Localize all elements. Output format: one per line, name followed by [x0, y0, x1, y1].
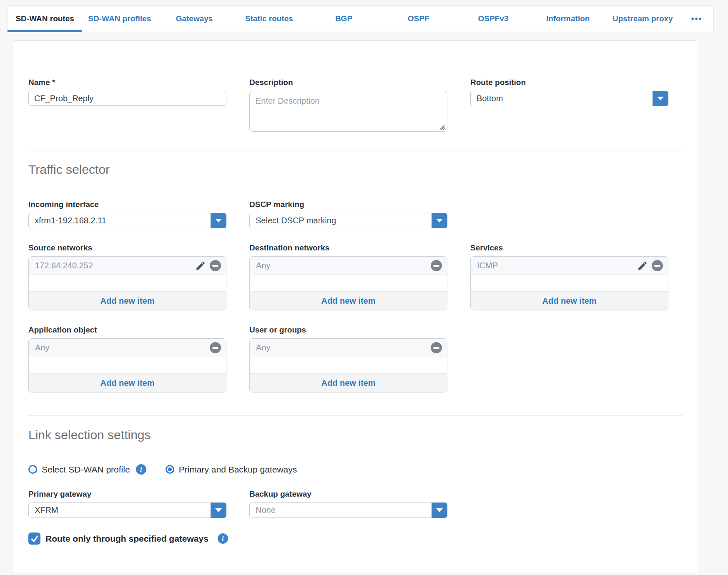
primary-gateway-value: XFRM — [35, 503, 207, 518]
description-textarea[interactable] — [249, 91, 447, 132]
user-or-groups-listbox: Any Add new item — [249, 338, 447, 392]
route-position-value: Bottom — [477, 91, 649, 106]
dscp-marking-label: DSCP marking — [249, 200, 447, 209]
route-only-checkbox[interactable] — [28, 532, 40, 545]
route-only-label[interactable]: Route only through specified gateways — [45, 534, 208, 544]
add-new-item-button[interactable]: Add new item — [471, 291, 668, 310]
link-selection-title: Link selection settings — [28, 428, 683, 442]
incoming-interface-select[interactable]: xfrm1-192.168.2.11 — [28, 213, 226, 228]
tab-gateways[interactable]: Gateways — [157, 6, 231, 32]
application-object-label: Application object — [28, 325, 226, 335]
tab-information[interactable]: Information — [531, 6, 605, 32]
destination-networks-label: Destination networks — [249, 243, 447, 252]
list-empty-area — [29, 357, 226, 373]
tab-sd-wan-routes[interactable]: SD-WAN routes — [8, 6, 82, 32]
minus-circle-icon[interactable] — [210, 260, 221, 271]
radio-label-primary-backup[interactable]: Primary and Backup gateways — [179, 465, 297, 475]
chevron-down-icon[interactable] — [211, 502, 226, 518]
route-position-label: Route position — [470, 78, 668, 87]
radio-label-sd-wan-profile[interactable]: Select SD-WAN profile — [42, 465, 130, 475]
interface-row: Incoming interface xfrm1-192.168.2.11 DS… — [28, 200, 683, 228]
incoming-interface-field-group: Incoming interface xfrm1-192.168.2.11 — [28, 200, 226, 228]
backup-gateway-select[interactable]: None — [249, 502, 447, 518]
gateway-row: Primary gateway XFRM Backup gateway None — [28, 489, 683, 518]
gateway-mode-radio-group: Select SD-WAN profile i Primary and Back… — [28, 464, 683, 475]
chevron-down-icon[interactable] — [432, 213, 447, 228]
add-new-item-label: Add new item — [100, 296, 154, 306]
source-networks-group: Source networks 172.64.240.252 Add — [28, 243, 226, 310]
route-only-row: Route only through specified gateways i — [28, 532, 683, 545]
overview-row: Name * Description Route position Bo — [28, 78, 683, 133]
pencil-icon[interactable] — [195, 260, 206, 271]
list-empty-area — [250, 275, 447, 291]
tab-bgp[interactable]: BGP — [306, 6, 381, 32]
list-item-text: 172.64.240.252 — [35, 261, 195, 270]
tab-sd-wan-profiles[interactable]: SD-WAN profiles — [82, 6, 157, 32]
incoming-interface-label: Incoming interface — [28, 200, 226, 209]
list-empty-area — [471, 275, 668, 291]
source-networks-label: Source networks — [28, 243, 226, 252]
services-listbox: ICMP Add new item — [470, 256, 668, 310]
dscp-marking-select[interactable]: Select DSCP marking — [249, 213, 447, 228]
section-divider — [28, 150, 683, 150]
user-or-groups-group: User or groups Any Add new item — [249, 325, 447, 392]
backup-gateway-value: None — [256, 503, 428, 518]
tab-ospf[interactable]: OSPF — [381, 6, 456, 32]
add-new-item-button[interactable]: Add new item — [250, 373, 447, 392]
primary-gateway-label: Primary gateway — [28, 489, 226, 499]
add-new-item-label: Add new item — [542, 296, 596, 306]
add-new-item-label: Add new item — [321, 378, 375, 388]
add-new-item-button[interactable]: Add new item — [29, 291, 226, 310]
tab-upstream-proxy[interactable]: Upstream proxy — [605, 6, 680, 32]
minus-circle-icon[interactable] — [431, 260, 442, 271]
tab-bar: SD-WAN routes SD-WAN profiles Gateways S… — [7, 5, 714, 32]
info-icon[interactable]: i — [218, 533, 228, 544]
info-icon[interactable]: i — [136, 464, 146, 475]
list-item-text: Any — [256, 261, 431, 270]
route-form-panel: Name * Description Route position Bo — [14, 40, 697, 573]
backup-gateway-field-group: Backup gateway None — [249, 489, 447, 518]
dscp-marking-value: Select DSCP marking — [256, 213, 428, 228]
minus-circle-icon[interactable] — [210, 342, 221, 353]
primary-gateway-field-group: Primary gateway XFRM — [28, 489, 226, 518]
check-icon — [30, 535, 39, 543]
chevron-down-icon[interactable] — [211, 213, 226, 228]
list-item-text: Any — [256, 343, 431, 352]
list-empty-area — [250, 357, 447, 373]
radio-primary-backup-gateways[interactable] — [166, 465, 174, 474]
route-position-select[interactable]: Bottom — [470, 91, 668, 106]
chevron-down-icon[interactable] — [432, 502, 447, 518]
tab-static-routes[interactable]: Static routes — [232, 6, 306, 32]
source-networks-listbox: 172.64.240.252 Add new item — [28, 256, 226, 310]
minus-circle-icon[interactable] — [652, 260, 663, 271]
primary-gateway-select[interactable]: XFRM — [28, 502, 226, 518]
list-item: Any — [250, 257, 447, 275]
ellipsis-icon[interactable]: ••• — [680, 6, 713, 32]
section-divider — [28, 415, 683, 416]
user-or-groups-label: User or groups — [249, 325, 447, 335]
add-new-item-label: Add new item — [100, 378, 154, 388]
services-label: Services — [470, 243, 668, 252]
description-field-group: Description — [249, 78, 447, 133]
name-input[interactable] — [28, 91, 226, 106]
dscp-marking-field-group: DSCP marking Select DSCP marking — [249, 200, 447, 228]
name-label: Name * — [28, 78, 226, 87]
application-object-listbox: Any Add new item — [28, 338, 226, 392]
destination-networks-group: Destination networks Any Add new item — [249, 243, 447, 310]
radio-select-sd-wan-profile[interactable] — [28, 465, 37, 474]
minus-circle-icon[interactable] — [431, 342, 442, 353]
pencil-icon[interactable] — [637, 260, 648, 271]
route-position-field-group: Route position Bottom — [470, 78, 668, 106]
list-item-text: ICMP — [477, 261, 637, 270]
destination-networks-listbox: Any Add new item — [249, 256, 447, 310]
application-object-group: Application object Any Add new item — [28, 325, 226, 392]
add-new-item-button[interactable]: Add new item — [250, 291, 447, 310]
tab-ospfv3[interactable]: OSPFv3 — [456, 6, 530, 32]
chevron-down-icon[interactable] — [653, 91, 668, 106]
list-item-text: Any — [35, 343, 210, 352]
add-new-item-button[interactable]: Add new item — [29, 373, 226, 392]
traffic-selector-title: Traffic selector — [28, 162, 683, 177]
list-item: ICMP — [471, 257, 668, 275]
add-new-item-label: Add new item — [321, 296, 375, 306]
sd-wan-route-editor-screen: SD-WAN routes SD-WAN profiles Gateways S… — [0, 0, 728, 575]
